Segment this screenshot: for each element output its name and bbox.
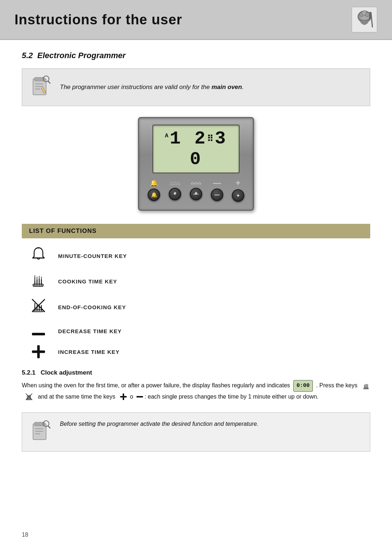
key-button-end-cooking[interactable]: 🍳 <box>190 188 202 200</box>
main-content: 5.2 Electronic Programmer The programmer… <box>0 40 392 466</box>
inline-plus-icon <box>120 393 127 400</box>
bell-symbol: 🔔 <box>150 179 158 187</box>
section-title: 5.2 Electronic Programmer <box>22 51 370 60</box>
bell-func-icon <box>29 246 48 265</box>
note-icon2-svg <box>30 419 52 441</box>
function-item-bell: MINUTE-COUNTER KEY <box>22 246 370 265</box>
plus-func-icon <box>29 345 48 358</box>
svg-point-4 <box>365 12 369 17</box>
key-cooking: ⌂⌂⌂ 🍳 <box>169 180 181 200</box>
key-cooking-label: 🍳 <box>172 191 178 197</box>
end-cooking-symbol: ⌂⌂⌂ <box>191 180 201 186</box>
minus-symbol: — <box>213 179 221 187</box>
svg-line-15 <box>48 81 50 83</box>
page-number: 18 <box>22 532 28 538</box>
key-minus-label: — <box>215 192 220 198</box>
clock-title: 5.2.1 Clock adjustment <box>22 369 370 376</box>
minus-bar <box>32 333 45 335</box>
display-superscript: A <box>165 133 170 139</box>
key-bell: 🔔 🔔 <box>148 179 160 201</box>
key-plus-label: + <box>237 193 240 198</box>
note-icon-2 <box>30 419 52 445</box>
note-text-1: The programmer user instructions are val… <box>60 82 244 92</box>
inline-end-cooking-icon <box>25 393 33 401</box>
clock-section: 5.2.1 Clock adjustment When using the ov… <box>22 369 370 401</box>
key-bell-label: 🔔 <box>151 192 157 198</box>
inline-minus-icon <box>136 396 143 397</box>
bell-svg <box>30 246 46 262</box>
inline-cooking-icon <box>362 382 370 390</box>
func-label-plus: INCREASE TIME KEY <box>58 349 120 355</box>
key-button-plus[interactable]: + <box>232 189 244 202</box>
minus-func-icon <box>29 323 48 339</box>
func-label-end-cooking: END-OF-COOKING KEY <box>58 304 126 310</box>
functions-header: LIST OF FUNCTIONS <box>22 224 370 238</box>
function-item-minus: DECREASE TIME KEY <box>22 323 370 339</box>
clock-display: 0:00 <box>293 380 313 392</box>
plus-icon <box>32 345 45 358</box>
cooking-symbol: ⌂⌂⌂ <box>170 180 180 186</box>
note-box-1: The programmer user instructions are val… <box>22 68 370 106</box>
page-title: Instructions for the user <box>15 12 182 28</box>
header-icon <box>351 7 377 33</box>
svg-line-5 <box>371 12 372 27</box>
page-header: Instructions for the user <box>0 0 392 40</box>
note-text-2: Before setting the programmer activate t… <box>60 419 258 429</box>
function-item-end-cooking: END-OF-COOKING KEY <box>22 298 370 317</box>
key-button-minus[interactable]: — <box>211 189 223 201</box>
cooking-func-icon <box>29 272 48 291</box>
programmer-display-container: A1 2⠿3 0 🔔 🔔 ⌂⌂⌂ 🍳 <box>22 117 370 211</box>
note-icon-svg <box>30 74 52 96</box>
svg-point-17 <box>38 247 39 249</box>
cooking-svg <box>30 272 46 288</box>
display-screen: A1 2⠿3 0 <box>152 125 240 173</box>
function-item-cooking: COOKING TIME KEY <box>22 272 370 291</box>
functions-section: LIST OF FUNCTIONS MINUTE-COUNTER KEY <box>22 224 370 358</box>
end-cooking-func-icon <box>29 298 48 317</box>
func-label-minus: DECREASE TIME KEY <box>58 328 122 334</box>
display-digits: 1 2 <box>170 128 207 149</box>
key-end-label: 🍳 <box>193 191 199 197</box>
function-item-plus: INCREASE TIME KEY <box>22 345 370 358</box>
clock-text: When using the oven for the first time, … <box>22 380 370 401</box>
plus-symbol: + <box>236 178 241 188</box>
programmer-box: A1 2⠿3 0 🔔 🔔 ⌂⌂⌂ 🍳 <box>138 117 254 211</box>
func-label-bell: MINUTE-COUNTER KEY <box>58 253 127 259</box>
key-end-cooking: ⌂⌂⌂ 🍳 <box>190 180 202 200</box>
keys-row: 🔔 🔔 ⌂⌂⌂ 🍳 ⌂⌂⌂ 🍳 <box>154 178 238 202</box>
svg-line-55 <box>48 426 50 428</box>
end-cooking-svg <box>30 298 46 314</box>
key-button-bell[interactable]: 🔔 <box>148 189 160 201</box>
manual-icon-svg <box>354 9 375 31</box>
func-label-cooking: COOKING TIME KEY <box>58 278 117 284</box>
key-minus: — — <box>211 179 223 201</box>
note-icon-1 <box>30 74 52 100</box>
note-box-2: Before setting the programmer activate t… <box>22 412 370 452</box>
key-button-cooking[interactable]: 🍳 <box>169 188 181 200</box>
key-plus: + + <box>232 178 244 202</box>
